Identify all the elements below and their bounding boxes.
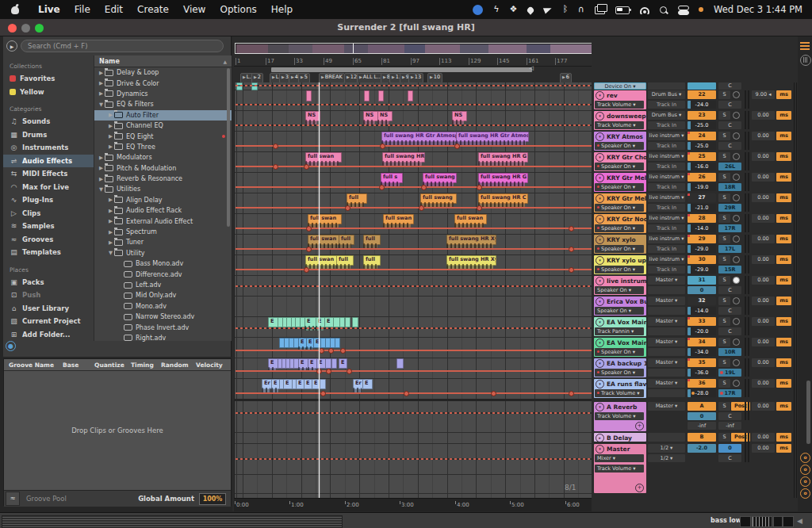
- sidebar-item-current-project[interactable]: ▧Current Project: [3, 315, 94, 328]
- sidebar-item-clips[interactable]: ▷Clips: [3, 207, 94, 220]
- menu-create[interactable]: Create: [130, 4, 176, 15]
- solo-cue-button[interactable]: o: [800, 465, 810, 475]
- automation-breakpoint[interactable]: [569, 247, 574, 252]
- automation-breakpoint[interactable]: [347, 369, 352, 374]
- input-routing[interactable]: Master ▾: [648, 379, 685, 388]
- track-control-chooser[interactable]: Track Pannin ▾: [595, 327, 644, 335]
- arm-global-button[interactable]: o: [800, 476, 810, 487]
- delay-ms-unit[interactable]: ms: [776, 111, 791, 120]
- sidebar-item-midi-effects[interactable]: ⇆MIDI Effects: [3, 167, 94, 181]
- automation-breakpoint[interactable]: [419, 205, 424, 211]
- track-control-chooser[interactable]: Speaker On ▾: [595, 266, 644, 274]
- menu-edit[interactable]: Edit: [98, 4, 130, 15]
- send-a-value[interactable]: -inf: [688, 422, 716, 430]
- sidebar-item-user-library[interactable]: ⌂User Library: [3, 302, 94, 316]
- arm-button[interactable]: [733, 174, 740, 181]
- list-item-eq-filters[interactable]: ▼EQ & Filters: [94, 99, 232, 109]
- track-delay-value[interactable]: 0.00: [752, 433, 775, 442]
- chevron-right-icon[interactable]: ▶: [107, 143, 114, 150]
- track-delay-value[interactable]: 0.00: [752, 358, 775, 367]
- track-volume-value[interactable]: -24.0: [688, 101, 716, 109]
- solo-button[interactable]: S: [718, 358, 730, 367]
- list-item-tuner[interactable]: ▶Tuner: [94, 237, 232, 247]
- arm-button[interactable]: [733, 112, 740, 119]
- add-automation-lane-button[interactable]: +: [635, 484, 644, 492]
- arrangement-clip[interactable]: [378, 90, 384, 101]
- input-routing[interactable]: live instrum ▾: [648, 235, 685, 243]
- list-item-dynamics[interactable]: ▶Dynamics: [94, 89, 232, 99]
- input-channel[interactable]: [648, 389, 685, 397]
- sidebar-item-packs[interactable]: ▣Packs: [3, 276, 94, 289]
- sidebar-item-add-folder[interactable]: ⊞Add Folder...: [3, 328, 94, 342]
- send-b-value[interactable]: -inf: [718, 422, 741, 430]
- automation-line[interactable]: [236, 124, 592, 126]
- track-control-chooser[interactable]: Speaker On ▾: [595, 369, 644, 377]
- input-routing[interactable]: Master ▾: [648, 297, 685, 305]
- delay-ms-unit[interactable]: ms: [776, 358, 791, 367]
- input-routing[interactable]: live instrum ▾: [648, 255, 685, 264]
- solo-button[interactable]: S: [718, 214, 730, 223]
- automation-breakpoint[interactable]: [477, 205, 482, 211]
- track-volume-value[interactable]: -29.0: [688, 245, 716, 253]
- groove-col-groove-name[interactable]: Groove Name: [4, 362, 63, 369]
- track-control-chooser[interactable]: Track Volume ▾: [595, 412, 644, 420]
- device-on-chooser[interactable]: Device On ▾: [594, 82, 646, 90]
- arm-button[interactable]: [733, 194, 740, 201]
- track-volume-value[interactable]: -14.0: [688, 224, 716, 232]
- list-item-difference-adv[interactable]: Difference.adv: [94, 269, 232, 279]
- list-item-right-adv[interactable]: Right.adv: [94, 333, 232, 343]
- track-volume-value[interactable]: -25.0: [688, 142, 716, 150]
- list-item-eq-three[interactable]: ▶EQ Three: [94, 142, 232, 152]
- automation-line[interactable]: [236, 207, 592, 209]
- track-name-cell[interactable]: ▸B Delay: [594, 433, 646, 442]
- bluetooth-icon[interactable]: ᛒ: [562, 5, 568, 14]
- input-routing[interactable]: live instrum ▾: [648, 214, 685, 223]
- list-item-align-delay[interactable]: ▶Align Delay: [94, 195, 232, 205]
- chevron-down-icon[interactable]: ▼: [98, 186, 105, 193]
- track-control-chooser[interactable]: Speaker On ▾: [595, 307, 644, 315]
- automation-breakpoint[interactable]: [306, 247, 312, 252]
- automation-line[interactable]: [236, 350, 592, 351]
- menubar-app-icon[interactable]: [473, 5, 483, 15]
- delay-ms-unit[interactable]: ms: [776, 132, 791, 140]
- overview-menu-icon[interactable]: [800, 42, 810, 44]
- input-routing[interactable]: [648, 433, 685, 442]
- track-delay-value[interactable]: 0.00: [752, 132, 775, 140]
- track-control-chooser[interactable]: Speaker On ▾: [595, 183, 644, 191]
- track-number[interactable]: B: [688, 433, 716, 442]
- automation-breakpoint[interactable]: [340, 348, 346, 354]
- paper-plane-icon[interactable]: [543, 5, 553, 13]
- automation-breakpoint[interactable]: [328, 348, 334, 354]
- menu-help[interactable]: Help: [264, 4, 300, 15]
- automation-line[interactable]: [236, 248, 592, 250]
- input-routing[interactable]: Master ▾: [648, 338, 685, 346]
- automation-line[interactable]: [236, 412, 592, 414]
- chevron-down-icon[interactable]: ▾: [596, 403, 604, 411]
- chevron-down-icon[interactable]: ▾: [596, 91, 604, 100]
- automation-breakpoint[interactable]: [345, 205, 350, 211]
- track-delay-value[interactable]: 0.00: [752, 255, 775, 264]
- apple-menu-icon[interactable]: [11, 5, 20, 14]
- track-pan-value[interactable]: 15R: [718, 266, 741, 274]
- track-control-chooser[interactable]: Track Volume ▾: [595, 121, 644, 129]
- track-volume-value[interactable]: -36.0: [688, 369, 716, 377]
- input-channel[interactable]: [648, 286, 685, 294]
- list-item-utilities[interactable]: ▼Utilities: [94, 184, 232, 194]
- automation-breakpoint[interactable]: [320, 391, 326, 396]
- automation-breakpoint[interactable]: [304, 267, 309, 273]
- expand-status-icon[interactable]: ◀: [797, 517, 802, 525]
- solo-button[interactable]: S: [718, 402, 730, 411]
- chevron-down-icon[interactable]: ▾: [596, 445, 604, 453]
- chevron-right-icon[interactable]: ▶: [107, 133, 114, 140]
- automation-breakpoint[interactable]: [569, 391, 574, 396]
- track-control-chooser[interactable]: Speaker On ▾: [595, 142, 644, 150]
- track-volume-value[interactable]: -16.0: [688, 163, 716, 170]
- chevron-right-icon[interactable]: ▶: [98, 165, 105, 171]
- track-number[interactable]: 23: [688, 111, 716, 120]
- solo-button[interactable]: S: [718, 276, 730, 285]
- master-pan-value[interactable]: C: [718, 454, 741, 462]
- automation-breakpoint[interactable]: [569, 226, 574, 231]
- track-delay-value[interactable]: 0.00: [752, 235, 775, 243]
- delay-ms-unit[interactable]: ms: [776, 297, 791, 305]
- track-delay-value[interactable]: 0.00: [752, 214, 775, 223]
